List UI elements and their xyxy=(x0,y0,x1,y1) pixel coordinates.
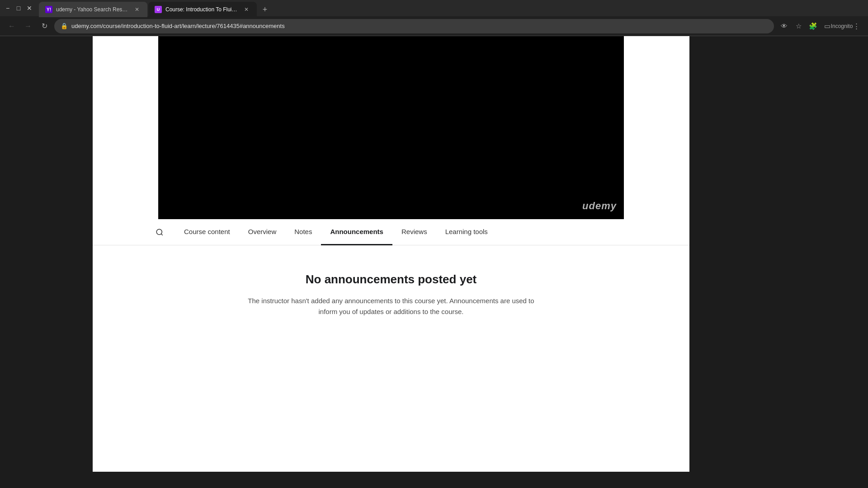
extensions-icon[interactable]: 🧩 xyxy=(807,20,819,33)
tab-reviews[interactable]: Reviews xyxy=(392,219,436,245)
udemy-favicon-icon: U xyxy=(155,6,162,13)
browser-tab-yahoo[interactable]: Y! udemy - Yahoo Search Results ✕ xyxy=(39,2,147,17)
video-player[interactable]: udemy xyxy=(158,36,624,219)
svg-line-1 xyxy=(161,234,162,235)
url-bar[interactable]: 🔒 udemy.com/course/introduction-to-fluid… xyxy=(54,19,774,33)
tab-overview[interactable]: Overview xyxy=(239,219,286,245)
tab-announcements[interactable]: Announcements xyxy=(321,219,392,245)
tab-course-content[interactable]: Course content xyxy=(175,219,239,245)
left-sidebar xyxy=(0,36,93,472)
right-sidebar xyxy=(689,36,868,472)
reload-button[interactable]: ↻ xyxy=(38,20,51,33)
profile-icon[interactable]: Incognito xyxy=(835,20,848,33)
title-bar: − □ ✕ Y! udemy - Yahoo Search Results ✕ … xyxy=(0,0,868,16)
window-controls: − □ ✕ xyxy=(4,4,33,12)
course-tab-nav: Course content Overview Notes Announceme… xyxy=(93,219,689,245)
yahoo-tab-close[interactable]: ✕ xyxy=(133,5,141,14)
new-tab-button[interactable]: + xyxy=(259,3,271,16)
tab-learning-tools[interactable]: Learning tools xyxy=(436,219,497,245)
address-actions: 👁 ☆ 🧩 ▭ Incognito ⋮ xyxy=(778,20,863,33)
bottom-bar xyxy=(0,472,868,488)
menu-icon[interactable]: ⋮ xyxy=(850,20,863,33)
yahoo-favicon-icon: Y! xyxy=(45,6,52,13)
lock-icon: 🔒 xyxy=(61,23,68,29)
no-announcements-title: No announcements posted yet xyxy=(306,272,477,286)
browser-frame: − □ ✕ Y! udemy - Yahoo Search Results ✕ … xyxy=(0,0,868,488)
maximize-button[interactable]: □ xyxy=(14,4,23,12)
eye-off-icon[interactable]: 👁 xyxy=(778,20,790,33)
page-content: udemy Course content Overview xyxy=(0,36,868,488)
browser-tab-udemy[interactable]: U Course: Introduction To Fluid A... ✕ xyxy=(148,2,257,17)
svg-point-0 xyxy=(156,229,162,235)
back-button[interactable]: ← xyxy=(5,20,18,33)
announcements-content: No announcements posted yet The instruct… xyxy=(93,245,689,472)
url-text: udemy.com/course/introduction-to-fluid-a… xyxy=(71,23,768,29)
udemy-tab-close[interactable]: ✕ xyxy=(242,5,250,14)
address-bar: ← → ↻ 🔒 udemy.com/course/introduction-to… xyxy=(0,16,868,36)
udemy-tab-title: Course: Introduction To Fluid A... xyxy=(165,6,239,13)
browser-tabs-bar: Y! udemy - Yahoo Search Results ✕ U Cour… xyxy=(37,0,864,17)
forward-button[interactable]: → xyxy=(22,20,34,33)
tab-notes[interactable]: Notes xyxy=(285,219,321,245)
bookmark-icon[interactable]: ☆ xyxy=(792,20,805,33)
search-tab-button[interactable] xyxy=(151,224,168,240)
no-announcements-description: The instructor hasn't added any announce… xyxy=(246,296,536,317)
main-area: udemy Course content Overview xyxy=(93,36,689,472)
yahoo-tab-title: udemy - Yahoo Search Results xyxy=(56,6,129,13)
udemy-watermark: udemy xyxy=(582,200,617,212)
close-button[interactable]: ✕ xyxy=(25,4,33,12)
minimize-button[interactable]: − xyxy=(4,4,12,12)
